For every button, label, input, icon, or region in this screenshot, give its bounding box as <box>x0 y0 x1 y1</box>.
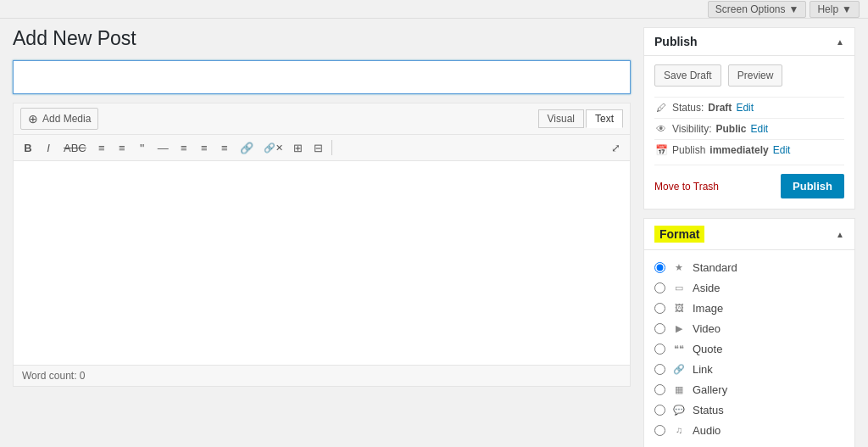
publish-box-header[interactable]: Publish ▲ <box>644 28 854 56</box>
help-label: Help <box>817 3 838 15</box>
preview-button[interactable]: Preview <box>728 64 783 87</box>
top-bar: Screen Options ▼ Help ▼ <box>0 0 868 19</box>
format-radio-quote[interactable] <box>654 344 665 355</box>
format-box: Format ▲ ★ Standard ▭ Aside 🖼 Image ▶ Vi… <box>643 218 855 447</box>
format-label-aside: Aside <box>693 282 721 294</box>
format-icon-standard: ★ <box>672 260 686 274</box>
visibility-row: 👁 Visibility: Public Edit <box>654 118 844 139</box>
editor-toolbar-top: ⊕ Add Media Visual Text <box>14 103 630 135</box>
format-radio-video[interactable] <box>654 323 665 334</box>
format-label-quote: Quote <box>693 343 722 355</box>
page-title: Add New Post <box>13 27 631 50</box>
strikethrough-button[interactable]: ABC <box>59 138 91 157</box>
post-title-input[interactable] <box>13 60 631 94</box>
help-chevron: ▼ <box>842 3 852 15</box>
screen-options-chevron: ▼ <box>789 3 799 15</box>
format-radio-standard[interactable] <box>654 262 665 273</box>
toolbar-divider <box>331 140 332 155</box>
format-item-link[interactable]: 🔗 Link <box>654 359 844 379</box>
publish-box-title: Publish <box>654 35 698 48</box>
tab-visual[interactable]: Visual <box>538 109 584 128</box>
format-label-video: Video <box>693 322 721 335</box>
screen-options-button[interactable]: Screen Options ▼ <box>708 1 807 18</box>
format-label-audio: Audio <box>693 424 721 437</box>
publish-box-body: Save Draft Preview 🖊 Status: Draft Edit … <box>644 56 854 209</box>
publish-button[interactable]: Publish <box>781 174 844 198</box>
editor-wrap: ⊕ Add Media Visual Text B I ABC ≡ ≡ <box>13 103 631 387</box>
status-label: Status: <box>672 102 704 114</box>
italic-button[interactable]: I <box>39 138 58 157</box>
format-item-quote[interactable]: ❝❝ Quote <box>654 338 844 359</box>
format-icon-aside: ▭ <box>672 281 686 294</box>
add-media-label: Add Media <box>42 113 91 125</box>
unlink-button[interactable]: 🔗✕ <box>259 138 287 157</box>
publish-time-edit-link[interactable]: Edit <box>773 144 791 156</box>
add-media-icon: ⊕ <box>28 112 38 126</box>
format-icon-quote: ❝❝ <box>672 342 686 355</box>
editor-footer: Word count: 0 <box>14 365 630 386</box>
format-label-image: Image <box>693 302 723 315</box>
format-item-standard[interactable]: ★ Standard <box>654 257 844 277</box>
publish-label: Publish <box>672 144 705 156</box>
status-edit-link[interactable]: Edit <box>736 102 754 114</box>
blockquote-button[interactable]: " <box>133 138 152 157</box>
tab-text[interactable]: Text <box>586 109 623 128</box>
format-item-video[interactable]: ▶ Video <box>654 318 844 338</box>
help-button[interactable]: Help ▼ <box>810 1 860 18</box>
publish-value: immediately <box>709 144 768 156</box>
format-icon-image: 🖼 <box>672 301 686 315</box>
horizontal-rule-button[interactable]: — <box>153 138 173 157</box>
format-list: ★ Standard ▭ Aside 🖼 Image ▶ Video ❝❝ Qu… <box>644 250 854 447</box>
align-left-button[interactable]: ≡ <box>175 138 193 157</box>
align-right-button[interactable]: ≡ <box>215 138 234 157</box>
format-item-audio[interactable]: ♫ Audio <box>654 420 844 440</box>
visibility-edit-link[interactable]: Edit <box>750 123 768 135</box>
format-collapse-icon: ▲ <box>836 230 844 239</box>
format-radio-image[interactable] <box>654 303 665 314</box>
format-radio-audio[interactable] <box>654 425 665 436</box>
publish-time-row: 📅 Publish immediately Edit <box>654 139 844 160</box>
visibility-icon: 👁 <box>654 123 668 135</box>
word-count: Word count: 0 <box>22 370 85 382</box>
ordered-list-button[interactable]: ≡ <box>113 138 131 157</box>
fullscreen-button[interactable]: ⤢ <box>606 138 625 157</box>
main-layout: Add New Post ⊕ Add Media Visual Text <box>0 19 868 447</box>
format-radio-aside[interactable] <box>654 282 665 293</box>
move-to-trash-link[interactable]: Move to Trash <box>654 181 719 193</box>
status-icon: 🖊 <box>654 102 668 114</box>
publish-box: Publish ▲ Save Draft Preview 🖊 Status: D… <box>643 27 855 210</box>
editor-body[interactable] <box>14 161 630 365</box>
screen-options-label: Screen Options <box>715 3 786 15</box>
format-radio-link[interactable] <box>654 364 665 375</box>
format-label-status: Status <box>693 404 724 416</box>
format-icon-link: 🔗 <box>672 362 686 376</box>
publish-time-icon: 📅 <box>654 144 668 156</box>
add-media-button[interactable]: ⊕ Add Media <box>20 108 98 130</box>
more-button[interactable]: ⊟ <box>309 138 328 157</box>
format-item-gallery[interactable]: ▦ Gallery <box>654 379 844 400</box>
table-button[interactable]: ⊞ <box>289 138 308 157</box>
format-label-link: Link <box>693 363 713 376</box>
format-radio-status[interactable] <box>654 405 665 416</box>
view-tabs: Visual Text <box>538 109 623 128</box>
publish-footer: Move to Trash Publish <box>654 165 844 200</box>
format-label-standard: Standard <box>693 261 737 274</box>
status-row: 🖊 Status: Draft Edit <box>654 97 844 118</box>
link-button[interactable]: 🔗 <box>236 138 258 157</box>
align-center-button[interactable]: ≡ <box>195 138 214 157</box>
format-item-aside[interactable]: ▭ Aside <box>654 277 844 298</box>
format-icon-audio: ♫ <box>672 423 686 437</box>
format-box-header[interactable]: Format ▲ <box>644 219 854 250</box>
format-item-status[interactable]: 💬 Status <box>654 400 844 420</box>
save-draft-button[interactable]: Save Draft <box>654 64 721 87</box>
format-icon-status: 💬 <box>672 403 686 416</box>
unordered-list-button[interactable]: ≡ <box>92 138 111 157</box>
status-value: Draft <box>708 102 732 114</box>
publish-collapse-icon: ▲ <box>836 37 844 47</box>
format-item-image[interactable]: 🖼 Image <box>654 298 844 318</box>
format-radio-gallery[interactable] <box>654 384 665 395</box>
format-label-gallery: Gallery <box>693 383 727 396</box>
visibility-label: Visibility: <box>672 123 711 135</box>
content-area: Add New Post ⊕ Add Media Visual Text <box>13 27 631 387</box>
bold-button[interactable]: B <box>19 138 37 157</box>
